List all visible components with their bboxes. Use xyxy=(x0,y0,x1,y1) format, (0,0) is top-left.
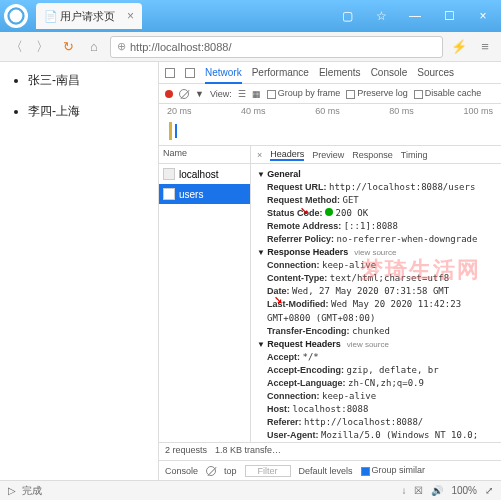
browser-tab[interactable]: 📄 用户请求页 × xyxy=(36,3,142,29)
tab-network[interactable]: Network xyxy=(205,62,242,84)
filter-input[interactable]: Filter xyxy=(245,465,291,477)
list-item: 张三-南昌 xyxy=(28,72,144,89)
request-row[interactable]: localhost xyxy=(159,164,250,184)
menu-icon[interactable]: ≡ xyxy=(475,37,495,57)
expand-icon[interactable]: ⤢ xyxy=(485,485,493,496)
name-header[interactable]: Name xyxy=(159,146,250,164)
console-label[interactable]: Console xyxy=(165,466,198,476)
section-general[interactable]: General xyxy=(257,168,495,181)
section-request-headers[interactable]: Request Headersview source xyxy=(257,338,495,351)
minimize-icon[interactable]: — xyxy=(401,6,429,26)
record-icon[interactable] xyxy=(165,90,173,98)
home-icon[interactable]: ⌂ xyxy=(84,37,104,57)
block-icon[interactable]: ☒ xyxy=(414,485,423,496)
back-icon[interactable]: 〈 xyxy=(6,37,26,57)
clear-icon[interactable] xyxy=(179,89,189,99)
titlebar: 📄 用户请求页 × ▢ ☆ — ☐ × xyxy=(0,0,501,32)
filter-icon[interactable]: ▼ xyxy=(195,89,204,99)
view-label: View: xyxy=(210,89,232,99)
win-btn-2[interactable]: ☆ xyxy=(367,6,395,26)
tab-sources[interactable]: Sources xyxy=(417,67,454,78)
waterfall-timeline[interactable]: 20 ms 40 ms 60 ms 80 ms 100 ms xyxy=(159,104,501,146)
play-icon[interactable]: ▷ xyxy=(8,485,16,496)
flash-icon[interactable]: ⚡ xyxy=(449,37,469,57)
url-text: http://localhost:8088/ xyxy=(130,41,232,53)
win-btn-1[interactable]: ▢ xyxy=(333,6,361,26)
context-select[interactable]: top xyxy=(224,466,237,476)
preserve-checkbox[interactable] xyxy=(346,90,355,99)
group-similar-checkbox[interactable] xyxy=(361,467,370,476)
inspect-icon[interactable] xyxy=(165,68,175,78)
clear-console-icon[interactable] xyxy=(206,466,216,476)
status-bar: ▷ 完成 ↓ ☒ 🔊 100% ⤢ xyxy=(0,480,501,500)
tab-headers[interactable]: Headers xyxy=(270,149,304,161)
group-checkbox[interactable] xyxy=(267,90,276,99)
view-icon1[interactable]: ☰ xyxy=(238,89,246,99)
disable-checkbox[interactable] xyxy=(414,90,423,99)
tab-timing[interactable]: Timing xyxy=(401,150,428,160)
svg-point-0 xyxy=(9,9,24,24)
tab-response[interactable]: Response xyxy=(352,150,393,160)
console-drawer: Console top Filter Default levels Group … xyxy=(159,460,501,480)
request-list: Name localhost users xyxy=(159,146,251,442)
tab-performance[interactable]: Performance xyxy=(252,67,309,78)
levels-select[interactable]: Default levels xyxy=(299,466,353,476)
close-icon[interactable]: × xyxy=(127,9,134,23)
forward-icon[interactable]: 〉 xyxy=(32,37,52,57)
device-icon[interactable] xyxy=(185,68,195,78)
sound-icon[interactable]: 🔊 xyxy=(431,485,443,496)
request-detail: × Headers Preview Response Timing Genera… xyxy=(251,146,501,442)
tab-title: 用户请求页 xyxy=(60,9,115,24)
page-icon: 📄 xyxy=(44,10,56,22)
view-icon2[interactable]: ▦ xyxy=(252,89,261,99)
globe-icon: ⊕ xyxy=(117,40,126,53)
doc-icon xyxy=(163,188,175,200)
zoom-text: 100% xyxy=(451,485,477,496)
close-detail-icon[interactable]: × xyxy=(257,150,262,160)
section-response-headers[interactable]: Response Headersview source xyxy=(257,246,495,259)
page-content: 张三-南昌 李四-上海 xyxy=(0,62,158,480)
network-toolbar: ▼ View: ☰ ▦ Group by frame Preserve log … xyxy=(159,84,501,104)
status-text: 完成 xyxy=(22,484,42,498)
maximize-icon[interactable]: ☐ xyxy=(435,6,463,26)
browser-logo xyxy=(4,4,28,28)
annotation-arrow: ↘ xyxy=(300,205,308,216)
annotation-arrow: ↘ xyxy=(274,294,282,305)
devtools-tabs: Network Performance Elements Console Sou… xyxy=(159,62,501,84)
devtools-panel: Network Performance Elements Console Sou… xyxy=(158,62,501,480)
close-window-icon[interactable]: × xyxy=(469,6,497,26)
network-footer: 2 requests 1.8 KB transfe… xyxy=(159,442,501,460)
status-dot xyxy=(325,208,333,216)
request-row-selected[interactable]: users xyxy=(159,184,250,204)
tab-console[interactable]: Console xyxy=(371,67,408,78)
tab-preview[interactable]: Preview xyxy=(312,150,344,160)
reload-icon[interactable]: ↻ xyxy=(58,37,78,57)
download-icon[interactable]: ↓ xyxy=(401,485,406,496)
url-input[interactable]: ⊕ http://localhost:8088/ xyxy=(110,36,443,58)
doc-icon xyxy=(163,168,175,180)
tab-elements[interactable]: Elements xyxy=(319,67,361,78)
navbar: 〈 〉 ↻ ⌂ ⊕ http://localhost:8088/ ⚡ ≡ xyxy=(0,32,501,62)
list-item: 李四-上海 xyxy=(28,103,144,120)
